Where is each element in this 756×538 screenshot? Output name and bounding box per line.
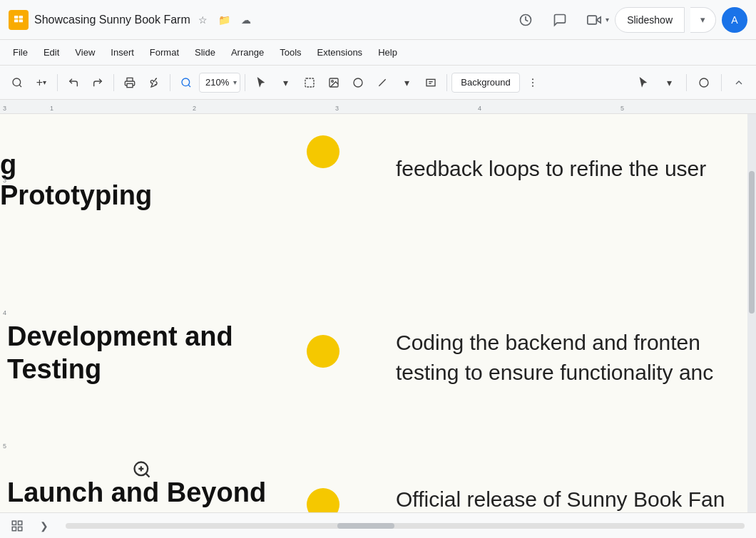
svg-point-10 — [182, 78, 190, 86]
cloud-button[interactable]: ☁ — [237, 11, 255, 29]
line-tool-button[interactable] — [371, 71, 394, 94]
next-slide-button[interactable]: ❯ — [34, 516, 54, 536]
zoom-arrow[interactable]: ▾ — [233, 78, 237, 86]
image-button[interactable] — [322, 71, 345, 94]
menu-arrange[interactable]: Arrange — [224, 44, 271, 61]
svg-rect-30 — [12, 527, 16, 530]
paint-format-button[interactable] — [143, 71, 165, 94]
svg-rect-29 — [19, 521, 22, 524]
menu-insert[interactable]: Insert — [103, 44, 141, 61]
svg-rect-6 — [588, 16, 597, 24]
prototyping-title-area: gPrototyping — [0, 150, 152, 211]
svg-line-8 — [19, 85, 21, 87]
select-tool-button[interactable] — [250, 71, 272, 94]
menu-view[interactable]: View — [68, 44, 102, 61]
svg-line-25 — [145, 473, 149, 477]
svg-rect-28 — [12, 521, 16, 524]
background-button[interactable]: Background — [451, 73, 519, 93]
slide-area[interactable]: gPrototyping feedback loops to refine th… — [0, 114, 747, 512]
svg-rect-3 — [19, 19, 23, 22]
svg-point-22 — [532, 85, 533, 86]
main-area: gPrototyping feedback loops to refine th… — [0, 114, 756, 512]
launch-desc: Official release of Sunny Book Fanfor fe… — [396, 485, 725, 512]
separator-6 — [686, 74, 687, 91]
separator-7 — [721, 74, 722, 91]
doc-title-area: Showcasing Sunny Book Farm ☆ 📁 ☁ — [34, 11, 506, 29]
separator-4 — [245, 74, 245, 91]
shapes-button[interactable] — [347, 71, 369, 94]
slideshow-dropdown-button[interactable]: ▾ — [690, 7, 716, 33]
svg-point-14 — [332, 80, 334, 82]
v-ruler-4: 4 — [3, 309, 6, 316]
search-button[interactable] — [6, 71, 29, 94]
ruler-mark-2: 2 — [193, 105, 196, 112]
separator-5 — [446, 74, 447, 91]
toolbar-right: ▾ — [632, 71, 750, 94]
right-actions: ▾ Slideshow ▾ A — [511, 6, 747, 34]
ruler-mark-3: 3 — [335, 105, 339, 112]
folder-button[interactable]: 📁 — [216, 11, 233, 29]
doc-title[interactable]: Showcasing Sunny Book Farm — [34, 14, 190, 26]
line-dropdown[interactable]: ▾ — [395, 71, 418, 94]
menu-tools[interactable]: Tools — [272, 44, 308, 61]
right-scrollbar[interactable] — [747, 114, 756, 512]
h-scroll-thumb[interactable] — [337, 523, 394, 529]
svg-marker-5 — [597, 16, 601, 22]
zoom-button[interactable] — [175, 71, 198, 94]
svg-point-21 — [532, 82, 533, 83]
bottom-bar: ❯ — [0, 512, 756, 538]
svg-rect-12 — [305, 78, 314, 87]
horizontal-scrollbar[interactable] — [66, 523, 745, 529]
right-scrollbar-thumb[interactable] — [749, 171, 755, 314]
svg-point-7 — [13, 78, 21, 86]
camera-button[interactable] — [580, 6, 608, 34]
collapse-toolbar-button[interactable] — [727, 71, 750, 94]
chat-button[interactable] — [546, 6, 574, 34]
dot-prototyping — [307, 135, 339, 168]
slideshow-dropdown-arrow: ▾ — [700, 14, 705, 25]
menu-format[interactable]: Format — [143, 44, 186, 61]
grid-view-button[interactable] — [6, 514, 29, 537]
prototyping-title: gPrototyping — [0, 150, 152, 210]
ruler-mark-1: 1 — [50, 105, 53, 112]
ruler-mark-5: 5 — [620, 105, 624, 112]
prototyping-desc: feedback loops to refine the user — [396, 157, 706, 181]
text-box-button[interactable] — [419, 71, 442, 94]
redo-button[interactable] — [86, 71, 109, 94]
svg-rect-0 — [14, 16, 18, 19]
menu-slide[interactable]: Slide — [188, 44, 223, 61]
ruler-mark-4: 4 — [478, 105, 481, 112]
toolbar: + ▾ 210% ▾ ▾ — [0, 66, 756, 100]
camera-dropdown-arrow[interactable]: ▾ — [606, 16, 609, 24]
select-dropdown[interactable]: ▾ — [274, 71, 297, 94]
menu-extensions[interactable]: Extensions — [310, 44, 370, 61]
svg-point-23 — [700, 78, 708, 87]
user-avatar[interactable]: A — [722, 7, 747, 33]
pointer-button[interactable] — [632, 71, 655, 94]
menu-help[interactable]: Help — [371, 44, 404, 61]
development-desc: Coding the backend and frontentesting to… — [396, 328, 713, 388]
dot-launch — [307, 488, 339, 512]
title-bar: Showcasing Sunny Book Farm ☆ 📁 ☁ — [0, 0, 756, 40]
toolbar-more-button[interactable] — [521, 71, 544, 94]
menu-edit[interactable]: Edit — [36, 44, 66, 61]
add-button[interactable]: + ▾ — [30, 71, 53, 94]
slideshow-button[interactable]: Slideshow — [615, 7, 685, 33]
zoom-control[interactable]: 210% ▾ — [199, 73, 240, 93]
camera-group: ▾ — [580, 6, 609, 34]
svg-rect-31 — [19, 527, 22, 530]
history-button[interactable] — [511, 6, 540, 34]
star-button[interactable]: ☆ — [195, 11, 212, 29]
select-box-button[interactable] — [298, 71, 321, 94]
svg-rect-2 — [14, 19, 18, 22]
pointer-dropdown[interactable]: ▾ — [658, 71, 680, 94]
menu-file[interactable]: File — [6, 44, 35, 61]
separator-3 — [170, 74, 170, 91]
app-icon — [9, 10, 29, 30]
print-button[interactable] — [118, 71, 141, 94]
zoom-value: 210% — [203, 77, 232, 88]
separator-2 — [113, 74, 114, 91]
circle-tool[interactable] — [693, 71, 715, 94]
svg-rect-1 — [19, 16, 23, 19]
undo-button[interactable] — [62, 71, 85, 94]
